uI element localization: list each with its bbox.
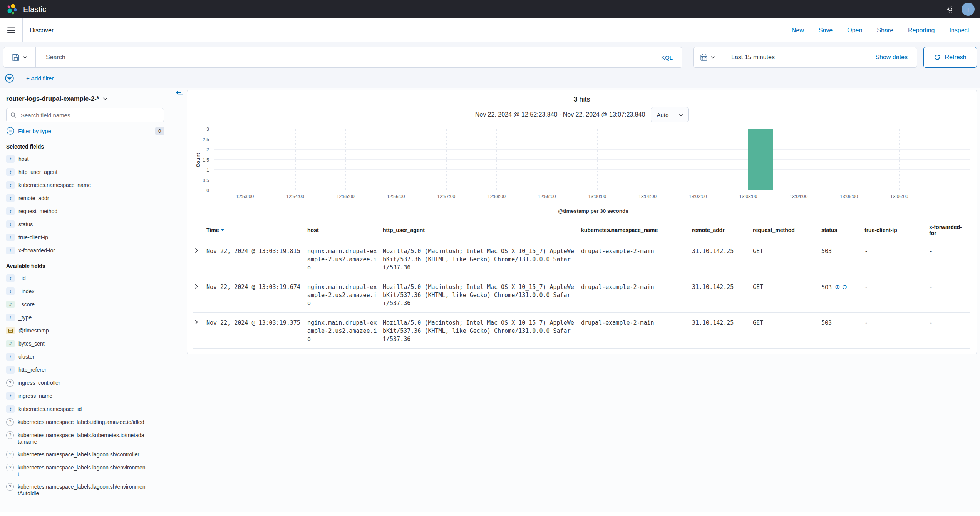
elastic-logo-icon bbox=[6, 3, 18, 15]
nav-menu-inspect[interactable]: Inspect bbox=[949, 27, 969, 34]
index-pattern-selector[interactable]: router-logs-drupal-example-2-* bbox=[6, 95, 172, 102]
field-item-kubernetes.namespace_labels.lagoon.sh/environment[interactable]: ?kubernetes.namespace_labels.lagoon.sh/e… bbox=[6, 464, 172, 478]
v-gridline bbox=[496, 129, 497, 190]
search-input[interactable] bbox=[36, 53, 661, 61]
expand-row-icon[interactable] bbox=[193, 313, 206, 349]
field-item-http_user_agent[interactable]: thttp_user_agent bbox=[6, 168, 172, 176]
date-picker-menu-button[interactable] bbox=[694, 47, 722, 67]
field-item-_id[interactable]: t_id bbox=[6, 274, 172, 282]
discover-panel: 3 hits Nov 22, 2024 @ 12:52:23.840 - Nov… bbox=[187, 90, 977, 354]
nav-menu-open[interactable]: Open bbox=[847, 27, 862, 34]
field-item-status[interactable]: tstatus bbox=[6, 220, 172, 228]
help-icon[interactable] bbox=[946, 6, 954, 13]
field-item-kubernetes.namespace_name[interactable]: tkubernetes.namespace_name bbox=[6, 181, 172, 189]
field-item-_index[interactable]: t_index bbox=[6, 287, 172, 295]
v-gridline bbox=[245, 129, 245, 190]
refresh-button[interactable]: Refresh bbox=[923, 47, 977, 68]
interval-select[interactable]: Auto bbox=[651, 107, 689, 122]
nav-menu-new[interactable]: New bbox=[792, 27, 804, 34]
string-field-icon: t bbox=[6, 353, 15, 361]
column-header-status[interactable]: status bbox=[821, 220, 864, 241]
field-item-kubernetes.namespace_id[interactable]: tkubernetes.namespace_id bbox=[6, 405, 172, 413]
menu-icon[interactable] bbox=[0, 18, 22, 42]
app-nav-bar: Discover NewSaveOpenShareReportingInspec… bbox=[0, 18, 980, 42]
field-item-kubernetes.namespace_labels.lagoon.sh/controller[interactable]: ?kubernetes.namespace_labels.lagoon.sh/c… bbox=[6, 451, 172, 458]
column-header-host[interactable]: host bbox=[307, 220, 383, 241]
field-name: ingress_name bbox=[18, 392, 52, 399]
filter-by-type-button[interactable]: Filter by type bbox=[18, 128, 51, 134]
y-tick-label: 0.5 bbox=[203, 178, 209, 183]
global-header: Elastic I bbox=[0, 0, 980, 18]
x-axis-label: @timestamp per 30 seconds bbox=[214, 208, 972, 214]
nav-menu: NewSaveOpenShareReportingInspect bbox=[792, 27, 969, 34]
saved-query-menu-button[interactable] bbox=[3, 47, 36, 67]
filter-icon[interactable] bbox=[5, 73, 14, 83]
time-range-value[interactable]: Last 15 minutes bbox=[722, 54, 875, 61]
field-item-ingress_controller[interactable]: ?ingress_controller bbox=[6, 379, 172, 387]
field-item-remote_addr[interactable]: tremote_addr bbox=[6, 194, 172, 202]
filter-for-value-icon[interactable]: ⊕ bbox=[835, 283, 840, 291]
field-name: @timestamp bbox=[18, 327, 49, 334]
field-item-bytes_sent[interactable]: #bytes_sent bbox=[6, 340, 172, 347]
x-tick-label: 12:59:00 bbox=[538, 194, 556, 199]
expand-row-icon[interactable] bbox=[193, 277, 206, 313]
x-tick-label: 12:54:00 bbox=[286, 194, 304, 199]
user-avatar[interactable]: I bbox=[962, 3, 975, 16]
h-gridline bbox=[214, 169, 970, 170]
index-pattern-title: router-logs-drupal-example-2-* bbox=[6, 95, 99, 102]
h-gridline bbox=[214, 159, 970, 160]
field-search-input[interactable] bbox=[20, 112, 160, 119]
field-item-_score[interactable]: #_score bbox=[6, 301, 172, 308]
histogram-bar[interactable] bbox=[748, 129, 773, 190]
page-title: Discover bbox=[30, 27, 54, 34]
field-item-kubernetes.namespace_labels.kubernetes.io/metadata.name[interactable]: ?kubernetes.namespace_labels.kubernetes.… bbox=[6, 431, 172, 445]
field-item-kubernetes.namespace_labels.idling.amazee.io/idled[interactable]: ?kubernetes.namespace_labels.idling.amaz… bbox=[6, 418, 172, 426]
v-gridline bbox=[799, 129, 799, 190]
x-axis-ticks: 12:53:0012:54:0012:55:0012:56:0012:57:00… bbox=[214, 190, 970, 201]
column-header-x-forwarded-for[interactable]: x-forwarded-for bbox=[929, 220, 970, 241]
save-icon bbox=[12, 53, 20, 61]
field-item-cluster[interactable]: tcluster bbox=[6, 353, 172, 361]
x-tick-label: 12:56:00 bbox=[387, 194, 405, 199]
available-fields-heading: Available fields bbox=[6, 263, 172, 269]
field-item-x-forwarded-for[interactable]: tx-forwarded-for bbox=[6, 247, 172, 254]
date-field-icon bbox=[6, 327, 15, 334]
column-header-kubernetes.namespace_name[interactable]: kubernetes.namespace_name bbox=[581, 220, 692, 241]
add-filter-button[interactable]: + Add filter bbox=[26, 75, 54, 82]
cell-status: 503⊕⊖ bbox=[821, 277, 864, 313]
expand-row-icon[interactable] bbox=[193, 241, 206, 277]
query-bar: KQL bbox=[3, 47, 682, 68]
y-tick-label: 2 bbox=[206, 147, 209, 152]
column-header-http_user_agent[interactable]: http_user_agent bbox=[383, 220, 581, 241]
column-header-request_method[interactable]: request_method bbox=[753, 220, 821, 241]
chevron-down-icon bbox=[678, 112, 683, 117]
y-tick-label: 0 bbox=[206, 188, 209, 193]
field-item-true-client-ip[interactable]: ttrue-client-ip bbox=[6, 234, 172, 241]
field-item-http_referer[interactable]: thttp_referer bbox=[6, 366, 172, 374]
field-item-ingress_name[interactable]: tingress_name bbox=[6, 392, 172, 400]
nav-menu-share[interactable]: Share bbox=[877, 27, 893, 34]
string-field-icon: t bbox=[6, 247, 15, 254]
elastic-logo[interactable]: Elastic bbox=[6, 3, 46, 15]
unknown-field-icon: ? bbox=[6, 451, 14, 458]
kql-button[interactable]: KQL bbox=[661, 54, 682, 61]
field-item-_type[interactable]: t_type bbox=[6, 314, 172, 321]
filter-divider bbox=[18, 78, 22, 78]
v-gridline bbox=[547, 129, 547, 190]
column-header-remote_addr[interactable]: remote_addr bbox=[692, 220, 753, 241]
field-name: kubernetes.namespace_labels.kubernetes.i… bbox=[18, 431, 146, 445]
nav-menu-reporting[interactable]: Reporting bbox=[908, 27, 935, 34]
nav-menu-save[interactable]: Save bbox=[819, 27, 833, 34]
field-item-host[interactable]: thost bbox=[6, 155, 172, 163]
field-name: kubernetes.namespace_labels.lagoon.sh/en… bbox=[18, 483, 146, 497]
field-item-@timestamp[interactable]: @timestamp bbox=[6, 327, 172, 334]
filter-out-value-icon[interactable]: ⊖ bbox=[842, 283, 847, 291]
field-name: x-forwarded-for bbox=[18, 247, 55, 254]
string-field-icon: t bbox=[6, 194, 15, 202]
field-item-request_method[interactable]: trequest_method bbox=[6, 207, 172, 215]
column-header-time[interactable]: Time bbox=[206, 220, 307, 241]
field-item-kubernetes.namespace_labels.lagoon.sh/environmentAutoIdle[interactable]: ?kubernetes.namespace_labels.lagoon.sh/e… bbox=[6, 483, 172, 497]
collapse-sidebar-icon[interactable] bbox=[176, 90, 184, 99]
column-header-true-client-ip[interactable]: true-client-ip bbox=[864, 220, 929, 241]
show-dates-button[interactable]: Show dates bbox=[875, 54, 917, 61]
